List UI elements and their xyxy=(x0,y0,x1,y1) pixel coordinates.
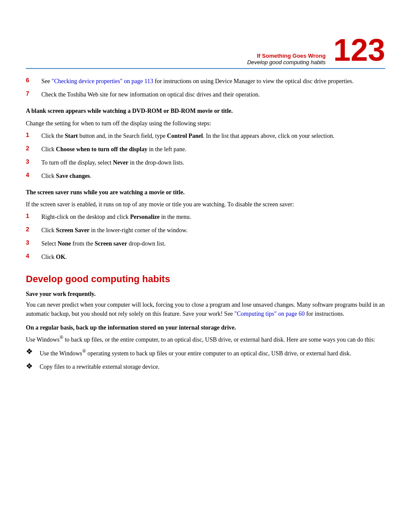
item-number: 2 xyxy=(26,145,41,152)
item-number: 6 xyxy=(26,77,41,84)
bullet-text: Copy files to a rewritable external stor… xyxy=(40,362,385,371)
item-text: Right-click on the desktop and click Per… xyxy=(41,212,385,221)
item-number: 4 xyxy=(26,252,41,259)
list-item: 6 See "Checking device properties" on pa… xyxy=(26,77,385,86)
list-item: 2 Click Screen Saver in the lower-right … xyxy=(26,226,385,235)
save-work-heading: Save your work frequently. xyxy=(26,291,385,298)
dvd-intro: Change the setting for when to turn off … xyxy=(26,119,385,128)
header-chapter: If Something Goes Wrong xyxy=(26,53,326,59)
list-item: 1 Click the Start button and, in the Sea… xyxy=(26,131,385,140)
list-item: 4 Click Save changes. xyxy=(26,171,385,180)
item-number: 3 xyxy=(26,158,41,165)
item-text: Click the Start button and, in the Searc… xyxy=(41,131,385,140)
dvd-heading: A blank screen appears while watching a … xyxy=(26,107,385,115)
item-number: 4 xyxy=(26,171,41,178)
item-text: Click Screen Saver in the lower-right co… xyxy=(41,226,385,235)
item-text: To turn off the display, select Never in… xyxy=(41,158,385,167)
computing-tips-link[interactable]: "Computing tips" on page 60 xyxy=(234,311,305,317)
red-section-title: Develop good computing habits xyxy=(26,274,385,285)
item-text: Click OK. xyxy=(41,252,385,261)
item-text: Check the Toshiba Web site for new infor… xyxy=(41,90,385,99)
item-text: Click Choose when to turn off the displa… xyxy=(41,145,385,154)
screensaver-intro: If the screen saver is enabled, it runs … xyxy=(26,200,385,209)
list-item: ❖ Copy files to a rewritable external st… xyxy=(26,362,385,371)
screensaver-heading: The screen saver runs while you are watc… xyxy=(26,188,385,197)
item-number: 1 xyxy=(26,131,41,138)
item-number: 3 xyxy=(26,239,41,246)
item-number: 7 xyxy=(26,90,41,97)
backup-heading: On a regular basis, back up the informat… xyxy=(26,324,385,331)
page: If Something Goes Wrong Develop good com… xyxy=(0,0,411,532)
content: 6 See "Checking device properties" on pa… xyxy=(0,69,411,393)
bullet-icon: ❖ xyxy=(26,361,40,371)
item-text: Click Save changes. xyxy=(41,171,385,180)
list-item: 7 Check the Toshiba Web site for new inf… xyxy=(26,90,385,99)
list-item: 4 Click OK. xyxy=(26,252,385,261)
list-item: 3 Select None from the Screen saver drop… xyxy=(26,239,385,248)
item-number: 1 xyxy=(26,212,41,219)
save-work-body: You can never predict when your computer… xyxy=(26,300,385,318)
bullet-icon: ❖ xyxy=(26,347,40,356)
header-section: Develop good computing habits xyxy=(26,59,326,65)
item-text: Select None from the Screen saver drop-d… xyxy=(41,239,385,248)
checking-device-link[interactable]: "Checking device properties" on page 113 xyxy=(52,78,153,84)
backup-intro: Use Windows® to back up files, or the en… xyxy=(26,334,385,344)
header-text: If Something Goes Wrong Develop good com… xyxy=(26,53,326,65)
page-number: 123 xyxy=(333,34,385,65)
list-item: ❖ Use the Windows® operating system to b… xyxy=(26,348,385,358)
list-item: 1 Right-click on the desktop and click P… xyxy=(26,212,385,221)
bullet-text: Use the Windows® operating system to bac… xyxy=(40,348,385,358)
item-number: 2 xyxy=(26,226,41,233)
page-header: If Something Goes Wrong Develop good com… xyxy=(0,0,411,68)
item-text: See "Checking device properties" on page… xyxy=(41,77,385,86)
list-item: 3 To turn off the display, select Never … xyxy=(26,158,385,167)
list-item: 2 Click Choose when to turn off the disp… xyxy=(26,145,385,154)
